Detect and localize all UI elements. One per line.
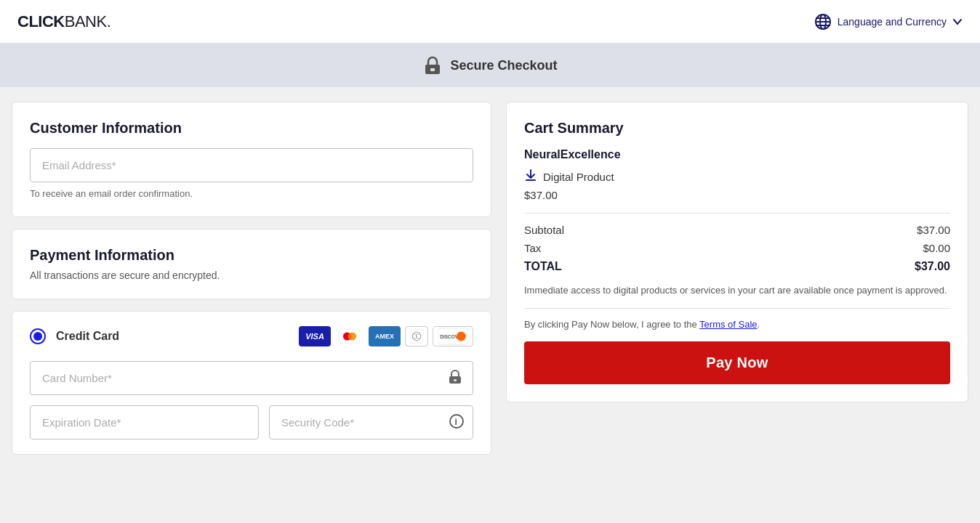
divider-2 [524, 308, 950, 309]
expiration-input[interactable] [30, 405, 259, 439]
discover-icon: DISCOVER [433, 326, 473, 346]
right-column: Cart Summary NeuralExcellence Digital Pr… [506, 102, 968, 455]
secure-lock-icon [422, 55, 443, 76]
tax-label: Tax [524, 242, 541, 254]
terms-of-sale-link[interactable]: Terms of Sale [699, 319, 757, 330]
svg-text:i: i [455, 417, 457, 427]
card-number-wrapper [30, 361, 473, 395]
terms-prefix: By clicking Pay Now below, I agree to th… [524, 319, 699, 330]
total-value: $37.00 [915, 260, 950, 273]
svg-rect-10 [410, 330, 423, 343]
payment-info-header-card: Payment Information All transactions are… [12, 229, 491, 299]
total-label: TOTAL [524, 260, 562, 273]
product-price: $37.00 [524, 189, 950, 201]
security-info-icon[interactable]: i [449, 413, 465, 432]
header: CLICKBANK. Language and Currency [0, 0, 980, 44]
radio-inner [33, 332, 42, 341]
customer-info-title: Customer Information [30, 120, 473, 137]
security-wrapper: i [269, 405, 473, 439]
cart-summary-title: Cart Summary [524, 120, 950, 137]
terms-suffix: . [758, 319, 760, 330]
card-icons: VISA AMEX [299, 326, 473, 346]
divider-1 [524, 213, 950, 214]
digital-product-label: Digital Product [543, 171, 614, 183]
credit-card-label: Credit Card [56, 330, 289, 343]
email-input[interactable] [30, 148, 473, 182]
subtotal-label: Subtotal [524, 224, 564, 236]
payment-subtitle: All transactions are secure and encrypte… [30, 269, 473, 281]
lang-currency-label: Language and Currency [838, 16, 947, 28]
security-code-input[interactable] [269, 405, 473, 439]
left-column: Customer Information To receive an email… [12, 102, 491, 455]
subtotal-value: $37.00 [917, 224, 950, 236]
main-content: Customer Information To receive an email… [0, 87, 980, 469]
download-icon [524, 169, 537, 185]
product-name: NeuralExcellence [524, 148, 950, 161]
logo-bank: BANK. [65, 12, 111, 31]
globe-icon [814, 13, 832, 31]
customer-info-card: Customer Information To receive an email… [12, 102, 491, 217]
visa-icon: VISA [299, 326, 331, 346]
svg-rect-6 [430, 68, 435, 71]
mastercard-icon [335, 326, 364, 346]
chevron-down-icon [952, 17, 963, 27]
total-row: TOTAL $37.00 [524, 260, 950, 273]
access-text: Immediate access to digital products or … [524, 283, 950, 298]
credit-card-row: Credit Card VISA AMEX [30, 326, 473, 346]
subtotal-row: Subtotal $37.00 [524, 224, 950, 236]
logo-click: CLICK [17, 12, 65, 31]
amex-icon: AMEX [369, 326, 401, 346]
terms-text: By clicking Pay Now below, I agree to th… [524, 319, 950, 330]
payment-info-title: Payment Information [30, 247, 473, 264]
tax-value: $0.00 [923, 242, 950, 254]
credit-card-radio[interactable] [30, 328, 46, 344]
svg-rect-18 [454, 379, 457, 381]
pay-now-button[interactable]: Pay Now [524, 341, 950, 384]
language-currency-button[interactable]: Language and Currency [814, 13, 963, 31]
digital-product-row: Digital Product [524, 169, 950, 185]
email-hint: To receive an email order confirmation. [30, 188, 473, 199]
expiry-security-row: i [30, 405, 473, 439]
svg-point-16 [457, 332, 466, 341]
cart-summary-card: Cart Summary NeuralExcellence Digital Pr… [506, 102, 968, 402]
tax-row: Tax $0.00 [524, 242, 950, 254]
diners-icon [405, 326, 428, 346]
card-number-input[interactable] [30, 361, 473, 395]
secure-checkout-label: Secure Checkout [450, 58, 557, 73]
payment-method-card: Credit Card VISA AMEX [12, 311, 491, 455]
secure-checkout-banner: Secure Checkout [0, 44, 980, 87]
logo[interactable]: CLICKBANK. [17, 12, 111, 31]
card-lock-icon [447, 369, 463, 388]
